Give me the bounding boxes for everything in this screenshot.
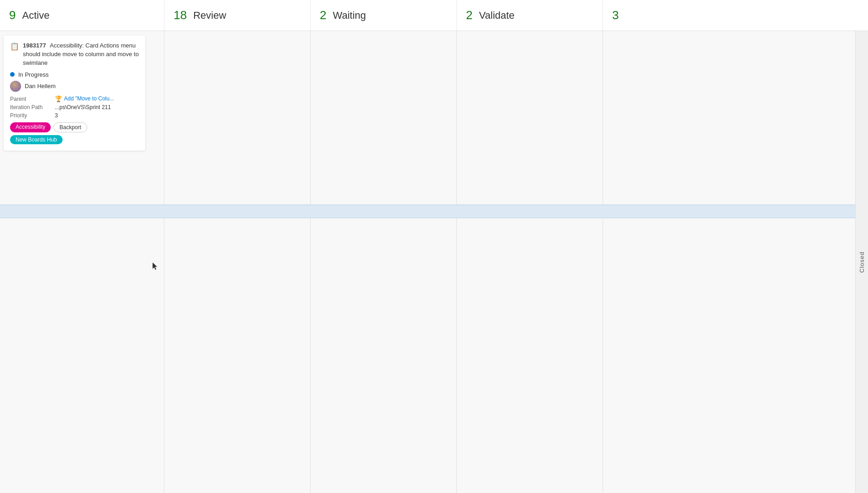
swimlane-divider xyxy=(0,205,868,218)
work-item-icon: 📋 xyxy=(10,42,19,51)
review-bottom-cards xyxy=(164,218,310,493)
avatar-image xyxy=(10,81,21,92)
column-header-active: 9 Active xyxy=(0,0,164,31)
card-tags: Accessibility Backport New Boards Hub xyxy=(10,122,139,144)
validate-top-cards xyxy=(457,31,603,200)
avatar xyxy=(10,81,21,92)
tag-new-boards-hub[interactable]: New Boards Hub xyxy=(10,135,63,144)
closed-label: Closed xyxy=(858,252,865,273)
waiting-title: Waiting xyxy=(333,10,366,21)
card-parent-field: Parent 🏆 Add "Move to Colu... xyxy=(10,95,139,102)
card-assignee-row: Dan Hellem xyxy=(10,81,139,92)
extra-count: 3 xyxy=(612,8,619,22)
column-header-review: 18 Review xyxy=(164,0,311,31)
waiting-bottom-cards xyxy=(311,218,456,493)
active-title: Active xyxy=(22,10,49,21)
card-status-row: In Progress xyxy=(10,71,139,78)
parent-value[interactable]: 🏆 Add "Move to Colu... xyxy=(55,95,114,102)
assignee-name: Dan Hellem xyxy=(25,83,56,89)
column-rest-bottom xyxy=(603,218,868,493)
tag-backport[interactable]: Backport xyxy=(53,122,87,132)
column-waiting-bottom xyxy=(311,218,457,493)
column-rest-top xyxy=(603,31,868,205)
column-review xyxy=(164,31,311,205)
column-header-waiting: 2 Waiting xyxy=(311,0,457,31)
waiting-top-cards xyxy=(311,31,456,200)
validate-title: Validate xyxy=(479,10,514,21)
column-active: 📋 1983177 Accessibility: Card Actions me… xyxy=(0,31,164,205)
iteration-label: Iteration Path xyxy=(10,104,51,110)
columns-header: 9 Active 18 Review 2 Waiting 2 Validate … xyxy=(0,0,868,31)
tag-accessibility[interactable]: Accessibility xyxy=(10,122,51,132)
priority-value: 3 xyxy=(55,112,58,119)
trophy-icon: 🏆 xyxy=(55,95,62,102)
column-header-validate: 2 Validate xyxy=(457,0,603,31)
card-header: 📋 1983177 Accessibility: Card Actions me… xyxy=(10,41,139,68)
card-iteration-field: Iteration Path ...ps\OneVS\Sprint 211 xyxy=(10,104,139,110)
card-status: In Progress xyxy=(18,71,48,78)
closed-sidebar[interactable]: Closed xyxy=(855,31,868,493)
active-count: 9 xyxy=(9,8,16,22)
column-review-bottom xyxy=(164,218,311,493)
parent-link-text: Add "Move to Colu... xyxy=(64,95,114,102)
priority-label: Priority xyxy=(10,112,51,119)
card-priority-field: Priority 3 xyxy=(10,112,139,119)
card-title-block: 1983177 Accessibility: Card Actions menu… xyxy=(23,41,139,68)
active-bottom-cards xyxy=(0,218,164,493)
column-active-bottom xyxy=(0,218,164,493)
status-indicator xyxy=(10,72,15,77)
board-container: 9 Active 18 Review 2 Waiting 2 Validate … xyxy=(0,0,868,493)
iteration-value: ...ps\OneVS\Sprint 211 xyxy=(55,104,111,110)
review-top-cards xyxy=(164,31,310,200)
validate-bottom-cards xyxy=(457,218,603,493)
review-title: Review xyxy=(193,10,226,21)
review-count: 18 xyxy=(174,8,187,22)
card-id: 1983177 xyxy=(23,42,46,49)
active-top-cards: 📋 1983177 Accessibility: Card Actions me… xyxy=(0,31,164,200)
column-validate xyxy=(457,31,603,205)
waiting-count: 2 xyxy=(320,8,326,22)
column-waiting xyxy=(311,31,457,205)
parent-label: Parent xyxy=(10,96,51,102)
validate-count: 2 xyxy=(466,8,472,22)
column-header-spacer: 3 xyxy=(603,0,868,31)
card-1983177[interactable]: 📋 1983177 Accessibility: Card Actions me… xyxy=(4,36,145,151)
column-validate-bottom xyxy=(457,218,603,493)
